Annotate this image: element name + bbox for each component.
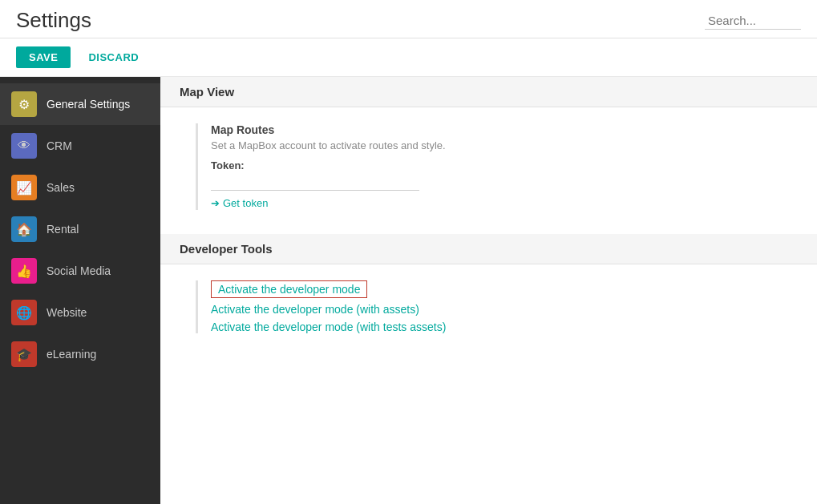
sidebar-item-label-crm: CRM [47, 139, 72, 152]
developer-tools-content: Activate the developer modeActivate the … [196, 280, 785, 333]
token-input[interactable] [211, 175, 419, 191]
map-routes-group: Map Routes Set a MapBox account to activ… [211, 123, 785, 210]
sidebar-item-label-website: Website [47, 306, 87, 319]
sidebar-item-crm[interactable]: 👁CRM [0, 125, 160, 167]
dev-link-activate-dev-mode[interactable]: Activate the developer mode [211, 280, 367, 298]
get-token-link[interactable]: ➔ Get token [211, 197, 268, 209]
sidebar-item-rental[interactable]: 🏠Rental [0, 208, 160, 250]
save-button[interactable]: SAVE [16, 46, 71, 68]
general-settings-icon: ⚙ [11, 91, 37, 117]
arrow-icon: ➔ [211, 197, 220, 209]
toolbar: SAVE DISCARD [0, 38, 817, 77]
token-label: Token: [211, 159, 785, 171]
map-view-section-header: Map View [160, 77, 817, 107]
dev-link-activate-dev-mode-tests[interactable]: Activate the developer mode (with tests … [211, 321, 785, 333]
sidebar-item-elearning[interactable]: 🎓eLearning [0, 333, 160, 375]
page-title: Settings [16, 8, 91, 33]
sidebar-item-label-social-media: Social Media [47, 264, 111, 277]
sidebar-item-label-sales: Sales [47, 181, 75, 194]
sidebar-item-label-rental: Rental [47, 223, 79, 236]
developer-tools-section-header: Developer Tools [160, 234, 817, 264]
map-view-content: Map Routes Set a MapBox account to activ… [196, 123, 785, 210]
content-area: Map View Map Routes Set a MapBox account… [160, 77, 817, 504]
search-input[interactable] [705, 12, 801, 30]
dev-link-activate-dev-mode-assets[interactable]: Activate the developer mode (with assets… [211, 303, 785, 316]
sidebar-item-label-elearning: eLearning [47, 348, 96, 361]
main-layout: ⚙General Settings👁CRM📈Sales🏠Rental👍Socia… [0, 77, 817, 504]
rental-icon: 🏠 [11, 216, 37, 242]
developer-tools-body: Activate the developer modeActivate the … [160, 264, 817, 354]
website-icon: 🌐 [11, 300, 37, 325]
sidebar-item-label-general-settings: General Settings [47, 98, 130, 111]
developer-tools-section: Developer Tools Activate the developer m… [160, 234, 817, 354]
sidebar-item-social-media[interactable]: 👍Social Media [0, 250, 160, 292]
map-view-section-body: Map Routes Set a MapBox account to activ… [160, 107, 817, 234]
map-view-section: Map View Map Routes Set a MapBox account… [160, 77, 817, 234]
map-routes-label: Map Routes [211, 123, 785, 136]
social-media-icon: 👍 [11, 258, 37, 284]
crm-icon: 👁 [11, 133, 37, 159]
get-token-label: Get token [223, 197, 268, 209]
sales-icon: 📈 [11, 175, 37, 200]
sidebar-item-website[interactable]: 🌐Website [0, 292, 160, 333]
sidebar-item-general-settings[interactable]: ⚙General Settings [0, 83, 160, 125]
elearning-icon: 🎓 [11, 341, 37, 367]
sidebar: ⚙General Settings👁CRM📈Sales🏠Rental👍Socia… [0, 77, 160, 504]
page-header: Settings [0, 0, 817, 38]
sidebar-item-sales[interactable]: 📈Sales [0, 167, 160, 208]
discard-button[interactable]: DISCARD [80, 46, 147, 68]
map-routes-desc: Set a MapBox account to activate routes … [211, 139, 785, 151]
